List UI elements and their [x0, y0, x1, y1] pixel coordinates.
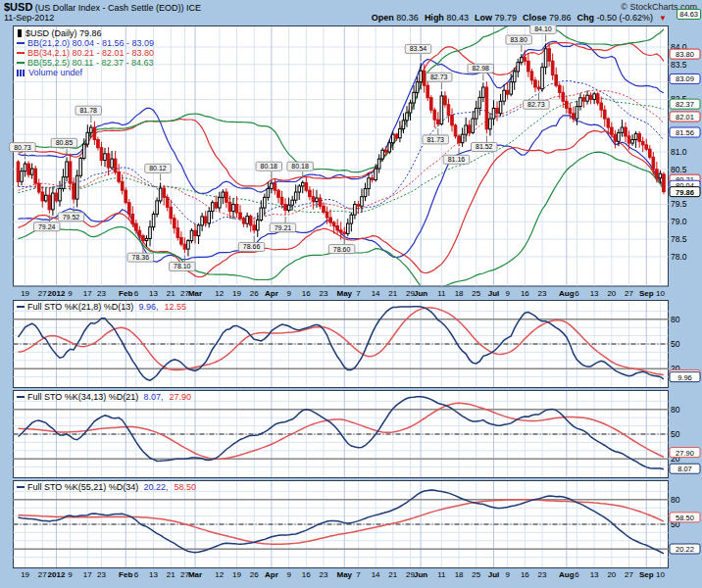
sto1-k-value: 9.96, [138, 302, 158, 312]
svg-text:7: 7 [356, 289, 361, 298]
svg-text:80.5: 80.5 [671, 165, 687, 174]
svg-text:6: 6 [575, 289, 579, 298]
svg-text:23: 23 [97, 289, 106, 298]
sto-line-swatch-icon [17, 396, 25, 398]
svg-text:Aug: Aug [559, 289, 575, 298]
svg-text:81.0: 81.0 [671, 147, 687, 157]
svg-text:79.5: 79.5 [671, 199, 687, 209]
svg-text:83.09: 83.09 [676, 74, 694, 83]
svg-text:17: 17 [83, 289, 92, 298]
svg-text:20.22: 20.22 [676, 545, 694, 554]
svg-text:18: 18 [455, 570, 464, 579]
svg-text:23: 23 [320, 570, 328, 579]
svg-text:9: 9 [505, 570, 510, 579]
svg-text:2012: 2012 [48, 570, 66, 579]
high-value: 80.43 [446, 13, 469, 23]
svg-text:19: 19 [232, 289, 241, 298]
svg-text:9: 9 [68, 570, 73, 579]
svg-text:80.18: 80.18 [291, 163, 309, 170]
svg-text:81.78: 81.78 [79, 107, 97, 114]
change-down-icon: ▼ [659, 14, 667, 23]
svg-text:23: 23 [320, 289, 328, 298]
svg-text:12: 12 [215, 570, 224, 579]
svg-text:9.96: 9.96 [677, 373, 692, 382]
chg-value: -0.50 (-0.62%) [597, 13, 654, 23]
svg-text:13: 13 [149, 289, 158, 298]
svg-text:80: 80 [671, 495, 680, 505]
svg-text:Jun: Jun [414, 570, 427, 579]
high-label: High [425, 13, 444, 23]
symbol-legend: $USD (Daily) 79.86 [25, 28, 102, 38]
sto3-legend-text: Full STO %K(55,21) %D(34) [27, 482, 138, 492]
bb34-legend: BB(34,2.1) 80.21 - 82.01 - 83.80 [27, 48, 154, 58]
date-axis-top: 1927201291723Feb6132127Mar121926Apr91623… [0, 287, 702, 300]
svg-text:79.0: 79.0 [671, 217, 687, 226]
svg-text:16: 16 [302, 570, 311, 579]
svg-text:6: 6 [575, 570, 579, 579]
svg-text:2012: 2012 [48, 289, 66, 298]
sto1-d-value: 12.55 [164, 302, 186, 312]
svg-text:23: 23 [538, 570, 547, 579]
svg-text:25: 25 [472, 289, 480, 298]
stockcharts-chart: $USD (US Dollar Index - Cash Settle (EOD… [0, 0, 702, 588]
sto1-legend: Full STO %K(21,8) %D(13) 9.96, 12.55 [17, 302, 186, 312]
svg-text:16: 16 [302, 289, 311, 298]
low-label: Low [475, 13, 492, 23]
svg-text:78.66: 78.66 [243, 243, 261, 250]
svg-text:6: 6 [134, 570, 139, 579]
sto2-legend-text: Full STO %K(34,13) %D(21) [27, 392, 138, 402]
svg-text:82.73: 82.73 [430, 74, 448, 80]
svg-text:58.50: 58.50 [676, 514, 694, 522]
svg-text:83.5: 83.5 [671, 60, 687, 70]
svg-text:27: 27 [38, 289, 47, 298]
svg-text:Feb: Feb [119, 570, 132, 579]
svg-text:80: 80 [671, 315, 680, 324]
svg-text:20: 20 [607, 570, 616, 579]
svg-text:11: 11 [437, 570, 446, 579]
bb55-upper-axis-box: 84.63 [677, 9, 701, 20]
svg-text:13: 13 [590, 570, 599, 579]
stochastic-panel-1: 80502012.559.96 [0, 300, 702, 388]
svg-text:27: 27 [625, 570, 633, 579]
svg-text:Sep: Sep [639, 289, 654, 298]
sto1-legend-text: Full STO %K(21,8) %D(13) [27, 302, 133, 312]
ticker-description: (US Dollar Index - Cash Settle (EOD)) IC… [35, 3, 201, 13]
svg-text:8.07: 8.07 [677, 465, 692, 473]
bb55-legend: BB(55,2.5) 80.11 - 82.37 - 84.63 [27, 58, 153, 68]
svg-text:23: 23 [97, 570, 106, 579]
sto2-legend: Full STO %K(34,13) %D(21) 8.07, 27.90 [17, 392, 191, 402]
svg-text:21: 21 [167, 289, 176, 298]
ticker-symbol: $USD [4, 1, 32, 13]
svg-text:Jul: Jul [488, 289, 500, 298]
sto2-d-value: 27.90 [169, 392, 191, 402]
chart-date: 11-Sep-2012 [4, 13, 54, 23]
svg-text:19: 19 [232, 570, 241, 579]
open-value: 80.36 [396, 13, 419, 23]
svg-text:Apr: Apr [265, 289, 278, 298]
svg-text:27: 27 [625, 289, 633, 298]
svg-text:Mar: Mar [188, 289, 202, 298]
sto-line-swatch-icon [17, 486, 25, 488]
bb34-line-swatch-icon [17, 52, 25, 54]
svg-text:9: 9 [286, 570, 291, 579]
svg-text:9: 9 [68, 289, 73, 298]
svg-text:25: 25 [472, 570, 480, 579]
svg-text:79.52: 79.52 [63, 214, 80, 220]
quote-line: Open 80.36High 80.43Low 79.79Close 79.86… [372, 13, 667, 23]
svg-text:82.98: 82.98 [472, 65, 489, 72]
svg-text:Jul: Jul [488, 570, 500, 579]
svg-text:50: 50 [671, 339, 680, 349]
svg-text:82.01: 82.01 [676, 113, 694, 122]
svg-text:78.60: 78.60 [333, 246, 351, 253]
svg-text:21: 21 [167, 570, 176, 579]
svg-text:78.5: 78.5 [671, 234, 687, 244]
svg-text:83.80: 83.80 [676, 50, 694, 59]
svg-text:23: 23 [538, 289, 547, 298]
sto3-k-value: 20.22, [143, 482, 168, 492]
svg-text:82.73: 82.73 [527, 101, 545, 108]
svg-text:13: 13 [149, 570, 158, 579]
sto3-d-value: 58.50 [174, 482, 196, 492]
svg-text:80.18: 80.18 [261, 163, 278, 170]
bb55-line-swatch-icon [17, 62, 25, 64]
chg-label: Chg [577, 13, 595, 23]
